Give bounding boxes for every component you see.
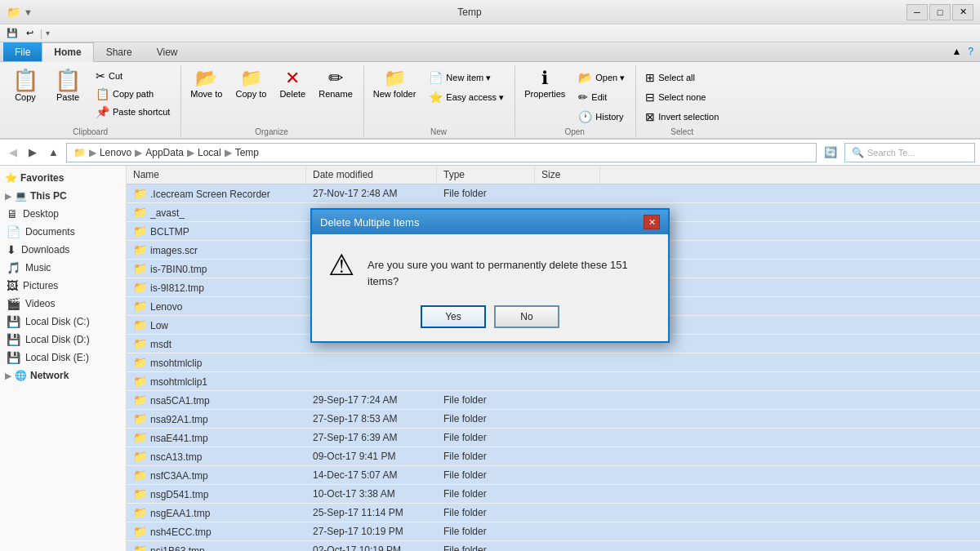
dialog-buttons: Yes No xyxy=(312,297,668,341)
dialog-title: Delete Multiple Items xyxy=(320,216,419,229)
dialog-no-button[interactable]: No xyxy=(494,305,559,328)
dialog-overlay: Delete Multiple Items ✕ ⚠ Are you sure y… xyxy=(0,0,980,551)
dialog-close-button[interactable]: ✕ xyxy=(644,215,660,229)
warning-icon: ⚠ xyxy=(328,251,354,280)
dialog-message: Are you sure you want to permanently del… xyxy=(368,251,652,289)
dialog-title-bar: Delete Multiple Items ✕ xyxy=(312,210,668,234)
dialog-body: ⚠ Are you sure you want to permanently d… xyxy=(312,234,668,297)
delete-dialog: Delete Multiple Items ✕ ⚠ Are you sure y… xyxy=(310,208,670,343)
dialog-yes-button[interactable]: Yes xyxy=(421,305,486,328)
